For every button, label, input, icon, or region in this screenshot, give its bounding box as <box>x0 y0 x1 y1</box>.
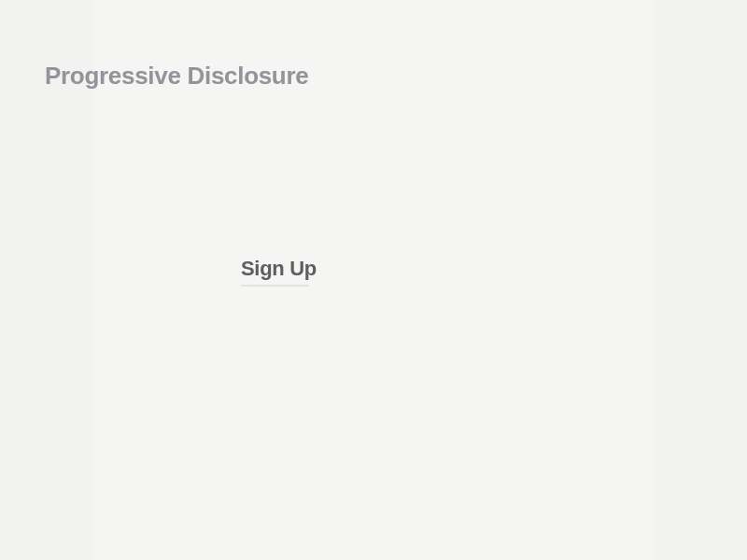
page-title: Progressive Disclosure <box>45 62 308 91</box>
input-underline[interactable] <box>241 285 309 287</box>
signup-heading: Sign Up <box>241 257 317 281</box>
